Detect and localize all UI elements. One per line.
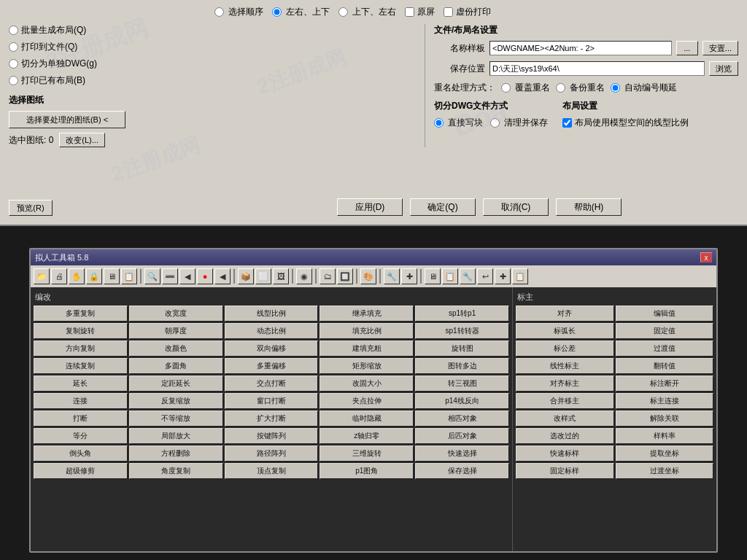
save-path-input[interactable] (489, 61, 705, 76)
left-grid-btn-13[interactable]: 建填充粗 (320, 341, 414, 357)
split-direct-radio[interactable] (434, 118, 444, 128)
apply-button[interactable]: 应用(D) (337, 198, 403, 216)
left-grid-btn-26[interactable]: 反复缩放 (129, 393, 223, 409)
tb-arrow-left2-icon[interactable]: ◀ (214, 268, 231, 284)
rename-auto-radio[interactable] (611, 83, 620, 93)
print-existing-radio[interactable] (9, 76, 18, 85)
right-grid-btn-19[interactable]: 过渡坐标 (616, 463, 714, 479)
name-template-input[interactable] (489, 41, 672, 55)
left-grid-btn-34[interactable]: 相匹对象 (415, 411, 509, 427)
tb-monitor2-icon[interactable]: 🖥 (425, 268, 441, 284)
right-grid-btn-2[interactable]: 标弧长 (516, 323, 614, 339)
left-grid-btn-9[interactable]: sp1转转器 (415, 323, 509, 339)
tb-plus2-icon[interactable]: ✚ (495, 268, 511, 284)
left-grid-btn-20[interactable]: 延长 (34, 376, 128, 392)
left-grid-btn-28[interactable]: 夹点拉伸 (320, 393, 414, 409)
left-grid-btn-49[interactable]: 保存选择 (415, 463, 509, 479)
tb-tools-icon[interactable]: 🔧 (460, 268, 476, 284)
browse-button[interactable]: 浏览 (709, 61, 738, 76)
right-grid-btn-13[interactable]: 解除关联 (616, 411, 714, 427)
help-button[interactable]: 帮助(H) (556, 198, 622, 216)
right-grid-btn-6[interactable]: 线性标主 (516, 358, 614, 374)
left-grid-btn-1[interactable]: 改宽度 (129, 306, 223, 322)
left-grid-btn-16[interactable]: 多圆角 (129, 358, 223, 374)
right-grid-btn-15[interactable]: 样料率 (616, 428, 714, 444)
tb-box-icon[interactable]: 📦 (238, 268, 254, 284)
orient-lr-radio[interactable] (272, 7, 282, 17)
split-dwg-radio[interactable] (9, 59, 18, 69)
left-grid-btn-19[interactable]: 图转多边 (415, 358, 509, 374)
left-grid-btn-14[interactable]: 旋转图 (415, 341, 509, 357)
tb-wrench-icon[interactable]: 🔧 (384, 268, 400, 284)
left-grid-btn-41[interactable]: 方程删除 (129, 446, 223, 462)
right-grid-btn-0[interactable]: 对齐 (516, 306, 614, 322)
left-grid-btn-42[interactable]: 路径阵列 (225, 446, 319, 462)
preview-button[interactable]: 预览(R) (9, 200, 53, 216)
left-grid-btn-15[interactable]: 连续复制 (34, 358, 128, 374)
tb-palette-icon[interactable]: 🎨 (360, 268, 376, 284)
right-grid-btn-18[interactable]: 固定标样 (516, 463, 614, 479)
left-grid-btn-47[interactable]: 顶点复制 (225, 463, 319, 479)
right-grid-btn-8[interactable]: 对齐标主 (516, 376, 614, 392)
right-grid-btn-9[interactable]: 标注断开 (616, 376, 714, 392)
backup-print-checkbox[interactable] (444, 7, 453, 17)
left-grid-btn-8[interactable]: 填充比例 (320, 323, 414, 339)
left-grid-btn-36[interactable]: 局部放大 (129, 428, 223, 444)
right-grid-btn-16[interactable]: 快速标样 (516, 446, 614, 462)
left-grid-btn-18[interactable]: 矩形缩放 (320, 358, 414, 374)
left-grid-btn-37[interactable]: 按键阵列 (225, 428, 319, 444)
left-grid-btn-2[interactable]: 线型比例 (225, 306, 319, 322)
left-grid-btn-38[interactable]: z轴归零 (320, 428, 414, 444)
right-grid-btn-12[interactable]: 改样式 (516, 411, 614, 427)
right-grid-btn-11[interactable]: 标主连接 (616, 393, 714, 409)
tb-open-icon[interactable]: 📁 (34, 268, 50, 284)
batch-layout-radio[interactable] (9, 26, 18, 35)
right-grid-btn-3[interactable]: 固定值 (616, 323, 714, 339)
fix-button[interactable]: 安置... (703, 41, 738, 55)
tb-square-icon[interactable]: ⬜ (255, 268, 271, 284)
left-grid-btn-10[interactable]: 方向复制 (34, 341, 128, 357)
left-grid-btn-45[interactable]: 超级修剪 (34, 463, 128, 479)
left-grid-btn-17[interactable]: 多重偏移 (225, 358, 319, 374)
left-grid-btn-40[interactable]: 倒头角 (34, 446, 128, 462)
tb-monitor-icon[interactable]: 🖥 (104, 268, 120, 284)
tb-clipboard-icon[interactable]: 📋 (121, 268, 137, 284)
right-grid-btn-10[interactable]: 合并移主 (516, 393, 614, 409)
name-browse-button[interactable]: ... (676, 41, 698, 55)
rename-overwrite-radio[interactable] (501, 83, 511, 93)
original-screen-checkbox[interactable] (405, 7, 414, 17)
left-grid-btn-29[interactable]: p14线反向 (415, 393, 509, 409)
split-clean-radio[interactable] (490, 118, 500, 128)
tb-grid-icon[interactable]: 🗂 (320, 268, 336, 284)
print-to-file-radio[interactable] (9, 42, 18, 52)
left-grid-btn-48[interactable]: p1图角 (320, 463, 414, 479)
orient-select-radio[interactable] (214, 7, 224, 17)
right-grid-btn-4[interactable]: 标公差 (516, 341, 614, 357)
tb-search-icon[interactable]: 🔍 (144, 268, 160, 284)
left-grid-btn-0[interactable]: 多重复制 (34, 306, 128, 322)
right-grid-btn-1[interactable]: 编辑值 (616, 306, 714, 322)
right-grid-btn-17[interactable]: 提取坐标 (616, 446, 714, 462)
orient-ud-radio[interactable] (338, 7, 348, 17)
rename-backup-radio[interactable] (556, 83, 565, 93)
left-grid-btn-4[interactable]: sp1转p1 (415, 306, 509, 322)
tb-image-icon[interactable]: 🖼 (273, 268, 289, 284)
left-grid-btn-33[interactable]: 临时隐藏 (320, 411, 414, 427)
cad-close-button[interactable]: x (700, 252, 712, 262)
select-paper-button[interactable]: 选择要处理的图纸(B) < (9, 111, 125, 128)
tb-clipboard2-icon[interactable]: 📋 (442, 268, 458, 284)
left-grid-btn-30[interactable]: 打断 (34, 411, 128, 427)
left-grid-btn-39[interactable]: 后匹对象 (415, 428, 509, 444)
left-grid-btn-32[interactable]: 扩大打断 (225, 411, 319, 427)
tb-clipboard3-icon[interactable]: 📋 (512, 268, 528, 284)
left-grid-btn-46[interactable]: 角度复制 (129, 463, 223, 479)
tb-arrow-left-icon[interactable]: ◀ (179, 268, 196, 284)
right-grid-btn-5[interactable]: 过渡值 (616, 341, 714, 357)
tb-plus-icon[interactable]: ✚ (401, 268, 417, 284)
left-grid-btn-35[interactable]: 等分 (34, 428, 128, 444)
left-grid-btn-31[interactable]: 不等缩放 (129, 411, 223, 427)
left-grid-btn-12[interactable]: 双向偏移 (225, 341, 319, 357)
cancel-button[interactable]: 取消(C) (483, 198, 549, 216)
tb-circle-icon[interactable]: ◉ (296, 268, 312, 284)
layout-scale-checkbox[interactable] (562, 118, 572, 128)
